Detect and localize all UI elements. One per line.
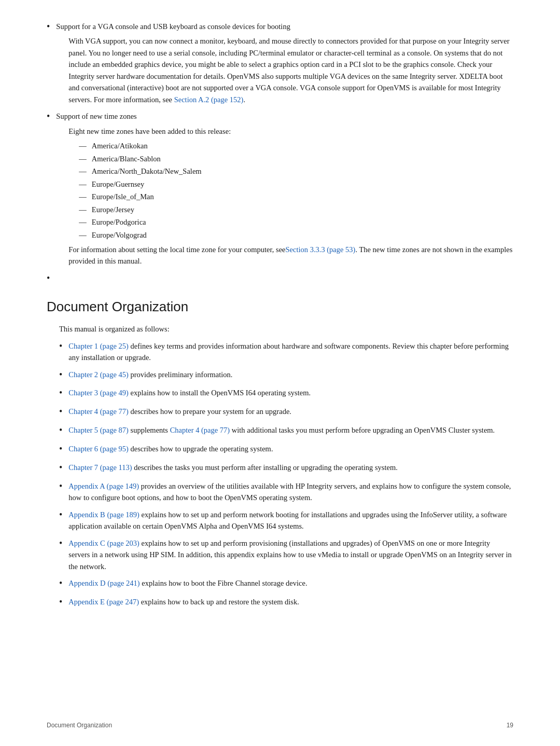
list-item: —Europe/Podgorica bbox=[79, 216, 513, 228]
timezone-item: Europe/Isle_of_Man bbox=[92, 191, 154, 202]
bullet-icon: • bbox=[47, 20, 50, 34]
bullet-icon: • bbox=[59, 386, 62, 400]
list-item: • Chapter 7 (page 113) describes the tas… bbox=[59, 462, 513, 475]
timezone-item: America/Blanc-Sablon bbox=[92, 153, 161, 164]
list-item: • bbox=[47, 272, 513, 286]
timezone-item: Europe/Jersey bbox=[92, 204, 134, 215]
timezone-item: Europe/Podgorica bbox=[92, 216, 146, 228]
bullet-icon: • bbox=[59, 368, 62, 382]
timezone-item: Europe/Guernsey bbox=[92, 178, 144, 190]
list-item: • Chapter 1 (page 25) defines key terms … bbox=[59, 340, 513, 364]
list-item: • Appendix B (page 189) explains how to … bbox=[59, 509, 513, 532]
vga-detail-text: With VGA support, you can now connect a … bbox=[68, 37, 509, 103]
appendixc-link[interactable]: Appendix C (page 203) bbox=[68, 539, 139, 547]
list-item: —Europe/Jersey bbox=[79, 204, 513, 215]
chapter2-link[interactable]: Chapter 2 (page 45) bbox=[68, 370, 129, 379]
list-item: • Appendix D (page 241) explains how to … bbox=[59, 577, 513, 591]
section-a2-link[interactable]: Section A.2 (page 152) bbox=[174, 95, 244, 104]
page-footer: Document Organization 19 bbox=[47, 721, 513, 730]
list-item: • Chapter 5 (page 87) supplements Chapte… bbox=[59, 424, 513, 438]
chapter2-text: provides preliminary information. bbox=[129, 370, 233, 379]
chapter7-text: describes the tasks you must perform aft… bbox=[132, 463, 398, 472]
doc-org-list: • Chapter 1 (page 25) defines key terms … bbox=[59, 340, 513, 610]
list-item: —America/Atikokan bbox=[79, 140, 513, 151]
bullet-icon: • bbox=[47, 109, 50, 124]
list-item: • Chapter 6 (page 95) describes how to u… bbox=[59, 443, 513, 457]
bullet-icon: • bbox=[59, 442, 62, 457]
list-item: • Appendix E (page 247) explains how to … bbox=[59, 596, 513, 610]
timezone-detail: Eight new time zones have been added to … bbox=[68, 126, 513, 267]
section-heading: Document Organization bbox=[47, 296, 513, 317]
page: • Support for a VGA console and USB keyb… bbox=[0, 0, 560, 746]
bullet-icon: • bbox=[59, 339, 62, 354]
chapter4-link[interactable]: Chapter 4 (page 77) bbox=[68, 407, 129, 416]
chapter4-text: describes how to prepare your system for… bbox=[129, 407, 291, 416]
list-item: • Appendix C (page 203) explains how to … bbox=[59, 537, 513, 572]
list-item: • Support of new time zones Eight new ti… bbox=[47, 110, 513, 267]
appendixe-link[interactable]: Appendix E (page 247) bbox=[68, 598, 139, 606]
timezone-item: Europe/Volgograd bbox=[92, 229, 147, 241]
dash-icon: — bbox=[79, 153, 87, 164]
timezone-intro: Eight new time zones have been added to … bbox=[68, 126, 513, 137]
chapter5-text-pre: supplements bbox=[129, 426, 170, 434]
dash-icon: — bbox=[79, 140, 87, 151]
dash-icon: — bbox=[79, 204, 87, 215]
vga-period: . bbox=[243, 95, 245, 104]
footer-page-number: 19 bbox=[507, 721, 513, 730]
bullet-icon: • bbox=[59, 423, 62, 438]
footer-section-label: Document Organization bbox=[47, 721, 112, 730]
appendixb-link[interactable]: Appendix B (page 189) bbox=[68, 510, 139, 519]
bullet-icon: • bbox=[59, 576, 62, 591]
list-item: —America/North_Dakota/New_Salem bbox=[79, 165, 513, 177]
appendixd-text: explains how to boot the Fibre Channel s… bbox=[140, 579, 307, 587]
timezone-footer: For information about setting the local … bbox=[68, 244, 513, 267]
top-bullet-list: • Support for a VGA console and USB keyb… bbox=[47, 21, 513, 286]
document-organization-section: Document Organization This manual is org… bbox=[47, 296, 513, 610]
bullet-icon: • bbox=[59, 405, 62, 419]
bullet-icon: • bbox=[59, 536, 62, 551]
appendixe-text: explains how to back up and restore the … bbox=[139, 598, 299, 606]
section-333-link[interactable]: Section 3.3.3 (page 53) bbox=[286, 245, 356, 254]
chapter1-link[interactable]: Chapter 1 (page 25) bbox=[68, 342, 129, 350]
chapter6-text: describes how to upgrade the operating s… bbox=[129, 445, 273, 453]
doc-org-intro: This manual is organized as follows: bbox=[59, 323, 513, 335]
chapter3-text: explains how to install the OpenVMS I64 … bbox=[129, 389, 311, 397]
bullet-icon: • bbox=[59, 508, 62, 522]
dash-icon: — bbox=[79, 178, 87, 190]
chapter7-link[interactable]: Chapter 7 (page 113) bbox=[68, 463, 132, 472]
bullet-icon: • bbox=[59, 595, 62, 610]
list-item: —Europe/Guernsey bbox=[79, 178, 513, 190]
list-item: • Chapter 4 (page 77) describes how to p… bbox=[59, 406, 513, 419]
list-item: • Appendix A (page 149) provides an over… bbox=[59, 480, 513, 504]
chapter3-link[interactable]: Chapter 3 (page 49) bbox=[68, 389, 129, 397]
chapter4-inline-link[interactable]: Chapter 4 (page 77) bbox=[170, 426, 230, 434]
list-item: • Chapter 3 (page 49) explains how to in… bbox=[59, 387, 513, 400]
list-item: —America/Blanc-Sablon bbox=[79, 153, 513, 164]
bullet-icon: • bbox=[59, 461, 62, 475]
dash-icon: — bbox=[79, 229, 87, 241]
bullet-icon: • bbox=[59, 479, 62, 494]
bullet-main-text: Support for a VGA console and USB keyboa… bbox=[56, 22, 290, 31]
timezone-item: America/North_Dakota/New_Salem bbox=[92, 165, 202, 177]
dash-icon: — bbox=[79, 216, 87, 228]
list-item: —Europe/Isle_of_Man bbox=[79, 191, 513, 202]
dash-icon: — bbox=[79, 191, 87, 202]
chapter5-text-post: with additional tasks you must perform b… bbox=[230, 426, 495, 434]
timezone-list: —America/Atikokan —America/Blanc-Sablon … bbox=[79, 140, 513, 241]
list-item: • Chapter 2 (page 45) provides prelimina… bbox=[59, 369, 513, 382]
list-item: —Europe/Volgograd bbox=[79, 229, 513, 241]
chapter1-text: defines key terms and provides informati… bbox=[68, 342, 509, 362]
timezone-main-text: Support of new time zones bbox=[56, 112, 136, 120]
chapter6-link[interactable]: Chapter 6 (page 95) bbox=[68, 445, 129, 453]
chapter5-link[interactable]: Chapter 5 (page 87) bbox=[68, 426, 129, 434]
bullet-icon: • bbox=[47, 271, 50, 286]
appendixd-link[interactable]: Appendix D (page 241) bbox=[68, 579, 139, 587]
dash-icon: — bbox=[79, 165, 87, 177]
vga-detail: With VGA support, you can now connect a … bbox=[68, 35, 513, 105]
appendixa-link[interactable]: Appendix A (page 149) bbox=[68, 482, 139, 490]
timezone-item: America/Atikokan bbox=[92, 140, 148, 151]
list-item: • Support for a VGA console and USB keyb… bbox=[47, 21, 513, 105]
